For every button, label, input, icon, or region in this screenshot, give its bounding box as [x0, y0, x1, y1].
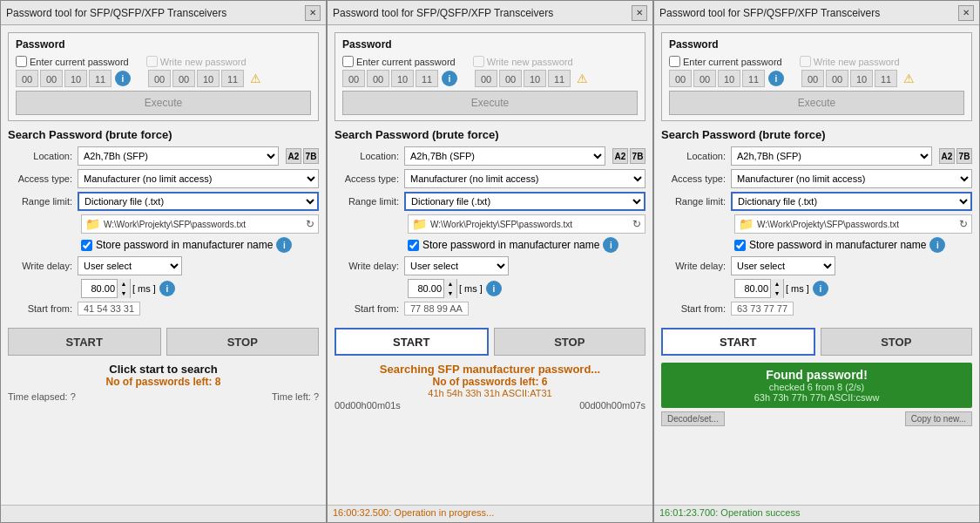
timer-row: Time elapsed: ? Time left: ? — [8, 391, 319, 402]
close-button[interactable]: ✕ — [305, 5, 321, 21]
start-button[interactable]: START — [335, 328, 489, 356]
delay-spinner[interactable]: 80.00 ▲ ▼ — [81, 279, 131, 298]
delay-spinner[interactable]: 80.00 ▲ ▼ — [408, 279, 457, 298]
execute-button[interactable]: Execute — [342, 91, 638, 115]
start-button[interactable]: START — [661, 328, 815, 356]
decode-set-button[interactable]: Decode/set... — [661, 411, 725, 426]
ms-label: [ ms ] — [459, 283, 483, 294]
delay-value: 80.00 — [409, 283, 443, 294]
bottom-bar: 16:00:32.500: Operation in progress... — [328, 505, 652, 522]
delay-spinner[interactable]: 80.00 ▲ ▼ — [734, 279, 784, 298]
spinner-up[interactable]: ▲ — [118, 279, 130, 289]
password-group: Password Enter current password Write ne… — [661, 32, 972, 121]
range-select[interactable]: Dictionary file (.txt) — [404, 192, 645, 211]
search-section-title: Search Password (brute force) — [661, 128, 972, 141]
delay-value-row: 80.00 ▲ ▼ [ ms ] i — [81, 279, 319, 298]
start-from-value: 63 73 77 77 — [731, 302, 794, 316]
location-select[interactable]: A2h,7Bh (SFP) — [404, 146, 605, 166]
start-button[interactable]: START — [8, 328, 161, 356]
enter-current-label[interactable]: Enter current password — [669, 56, 782, 67]
write-new-label: Write new password — [473, 56, 573, 67]
location-select[interactable]: A2h,7Bh (SFP) — [78, 146, 279, 166]
warning-icon: ⚠ — [247, 71, 263, 86]
refresh-icon[interactable]: ↻ — [306, 218, 314, 230]
access-row: Access type: Manufacturer (no limit acce… — [335, 169, 645, 188]
status-area: Click start to search No of passwords le… — [8, 363, 319, 402]
current-hex-field: 10 — [391, 70, 414, 87]
spinner-up[interactable]: ▲ — [444, 279, 456, 289]
info-button-store[interactable]: i — [603, 237, 618, 253]
info-button-current[interactable]: i — [768, 71, 784, 86]
button-row: START STOP — [335, 328, 645, 356]
refresh-icon[interactable]: ↻ — [632, 218, 641, 230]
write-delay-select[interactable]: User select — [731, 256, 835, 275]
stop-button[interactable]: STOP — [494, 328, 646, 356]
info-button-current[interactable]: i — [442, 71, 457, 86]
execute-button[interactable]: Execute — [16, 91, 311, 115]
enter-current-checkbox[interactable] — [669, 56, 680, 67]
new-hex-field: 00 — [801, 70, 824, 87]
write-delay-select[interactable]: User select — [78, 256, 182, 275]
spinner-up[interactable]: ▲ — [771, 279, 783, 289]
new-hex-box: 00001011 — [801, 70, 897, 87]
location-label: Location: — [8, 151, 78, 161]
close-button[interactable]: ✕ — [632, 5, 647, 21]
spinner-down[interactable]: ▼ — [771, 289, 783, 298]
current-hex-field: 00 — [367, 70, 389, 87]
stop-button[interactable]: STOP — [821, 328, 973, 356]
copy-to-new-button[interactable]: Copy to new... — [905, 411, 972, 426]
ab-badge: A2 7B — [612, 148, 645, 164]
location-row: Location: A2h,7Bh (SFP) A2 7B — [8, 146, 319, 166]
access-label: Access type: — [661, 173, 731, 184]
start-from-row: Start from: 41 54 33 31 — [8, 302, 319, 316]
spinner-down[interactable]: ▼ — [444, 289, 456, 298]
access-label: Access type: — [335, 173, 404, 184]
current-hex-field: 00 — [342, 70, 365, 87]
folder-icon[interactable]: 📁 — [412, 217, 427, 231]
folder-icon[interactable]: 📁 — [85, 217, 100, 231]
info-button-delay[interactable]: i — [486, 281, 502, 296]
badge-b: 7B — [956, 148, 972, 164]
store-row: Store password in manufacturer name i — [734, 237, 972, 253]
close-button[interactable]: ✕ — [958, 5, 974, 21]
info-button-store[interactable]: i — [929, 237, 945, 253]
window-body: Password Enter current password Write ne… — [654, 25, 979, 505]
store-checkbox[interactable] — [81, 240, 92, 251]
new-hex-box: 00001011 — [475, 70, 571, 87]
info-button-store[interactable]: i — [276, 237, 292, 253]
range-select[interactable]: Dictionary file (.txt) — [78, 192, 319, 211]
info-button-current[interactable]: i — [115, 71, 131, 86]
enter-current-label[interactable]: Enter current password — [342, 56, 456, 67]
enter-current-checkbox[interactable] — [16, 56, 27, 67]
new-hex-field: 11 — [548, 70, 571, 87]
range-select[interactable]: Dictionary file (.txt) — [731, 192, 972, 211]
access-select[interactable]: Manufacturer (no limit access) — [404, 169, 645, 188]
access-select[interactable]: Manufacturer (no limit access) — [731, 169, 972, 188]
write-delay-label: Write delay: — [335, 261, 404, 271]
new-hex-field: 00 — [172, 70, 195, 87]
spinner-down[interactable]: ▼ — [118, 289, 130, 298]
enter-current-checkbox[interactable] — [342, 56, 354, 67]
delay-value-row: 80.00 ▲ ▼ [ ms ] i — [408, 279, 645, 298]
new-hex-field: 10 — [524, 70, 546, 87]
delay-value-row: 80.00 ▲ ▼ [ ms ] i — [734, 279, 972, 298]
info-button-delay[interactable]: i — [813, 281, 828, 296]
execute-button[interactable]: Execute — [669, 91, 964, 115]
password-group-title: Password — [669, 38, 964, 51]
stop-button[interactable]: STOP — [166, 328, 320, 356]
access-select[interactable]: Manufacturer (no limit access) — [78, 169, 319, 188]
folder-icon[interactable]: 📁 — [739, 217, 754, 231]
enter-current-label[interactable]: Enter current password — [16, 56, 129, 67]
info-button-delay[interactable]: i — [159, 281, 175, 296]
store-checkbox[interactable] — [734, 240, 746, 251]
status-area: Searching SFP manufacturer password... N… — [335, 363, 645, 411]
new-hex-field: 10 — [850, 70, 873, 87]
file-row: 📁 W:\Work\Projekty\SFP\passwords.txt ↻ — [408, 214, 645, 234]
location-select[interactable]: A2h,7Bh (SFP) — [731, 146, 932, 166]
search-section: Search Password (brute force) Location: … — [661, 128, 972, 319]
store-checkbox[interactable] — [408, 240, 419, 251]
refresh-icon[interactable]: ↻ — [959, 218, 968, 230]
current-hex-field: 11 — [742, 70, 765, 87]
write-delay-select[interactable]: User select — [404, 256, 509, 275]
access-label: Access type: — [8, 173, 78, 184]
